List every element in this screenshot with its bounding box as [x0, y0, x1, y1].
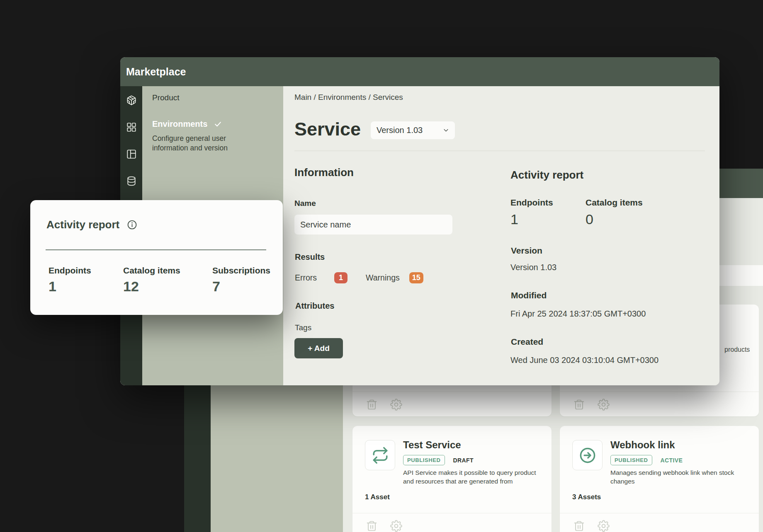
nav-item-environments[interactable]: Environments [152, 119, 222, 129]
service-icon-box [572, 440, 603, 470]
webhook-link-card[interactable]: Webhook link PUBLISHED ACTIVE Manages se… [560, 426, 759, 532]
created-value: Wed June 03 2024 03:10:04 GMT+0300 [510, 355, 659, 365]
trash-icon[interactable] [366, 520, 378, 532]
version-value: Version 1.03 [510, 263, 556, 272]
warnings-count-badge: 15 [409, 272, 423, 283]
errors-count-badge: 1 [334, 272, 347, 283]
trash-icon[interactable] [366, 399, 378, 411]
status-badge: ACTIVE [661, 457, 683, 464]
stat-value: 1 [49, 278, 91, 295]
stat-value: 7 [212, 278, 270, 295]
trash-icon[interactable] [573, 520, 585, 532]
service-icon-box [365, 440, 395, 470]
report-card-title-row: Activity report [46, 218, 137, 231]
attributes-heading: Attributes [295, 301, 334, 311]
service-name-input[interactable] [294, 215, 452, 235]
stat-catalog-items: Catalog items 12 [123, 266, 180, 295]
divider [294, 150, 705, 151]
page-title: Service [294, 118, 361, 140]
database-icon[interactable] [126, 176, 137, 186]
activity-report-heading: Activity report [510, 169, 583, 181]
add-tag-button[interactable]: + Add [294, 338, 343, 358]
catalog-items-value: 0 [586, 211, 593, 227]
repeat-icon [372, 447, 389, 464]
created-label: Created [511, 337, 543, 347]
main-content: Main / Environments / Services Service V… [283, 86, 719, 385]
window-header: Marketplace [120, 57, 719, 86]
card-badges: PUBLISHED DRAFT [403, 455, 474, 465]
chevron-down-icon [443, 127, 449, 133]
nav-item-description: Configure general user information and v… [152, 134, 252, 153]
card-footer [352, 513, 552, 532]
arrow-circle-icon [579, 447, 596, 464]
card-footer [352, 392, 552, 417]
endpoints-label: Endpoints [510, 198, 553, 208]
card-description: API Service makes it possible to query p… [403, 469, 548, 486]
information-heading: Information [294, 166, 354, 179]
stat-label: Endpoints [49, 266, 91, 276]
name-label: Name [294, 199, 316, 208]
results-row: Errors 1 Warnings 15 [295, 272, 423, 283]
status-badge: DRAFT [453, 457, 474, 464]
nav-item-product[interactable]: Product [152, 93, 179, 102]
activity-report-card: Activity report Endpoints 1 Catalog item… [30, 200, 283, 315]
app-title: Marketplace [126, 66, 186, 78]
card-footer [560, 392, 759, 417]
card-footer [560, 513, 759, 532]
stat-value: 12 [123, 278, 180, 295]
report-card-title: Activity report [46, 218, 119, 231]
warnings-label: Warnings [366, 273, 400, 283]
stat-label: Subscriptions [212, 266, 270, 276]
gear-icon[interactable] [390, 520, 402, 532]
tags-label: Tags [295, 323, 311, 332]
layout-icon[interactable] [126, 149, 137, 160]
desktop-canvas: products Test Service PUBLISHED DRAFT AP… [0, 0, 763, 532]
published-badge: PUBLISHED [403, 455, 445, 465]
asset-count: 3 Assets [572, 493, 601, 501]
errors-label: Errors [295, 273, 317, 283]
card-badges: PUBLISHED ACTIVE [610, 455, 683, 465]
info-icon[interactable] [127, 220, 137, 230]
nav-item-label: Environments [152, 119, 207, 129]
clipped-description-text: products [724, 346, 750, 353]
trash-icon[interactable] [573, 399, 585, 411]
stat-label: Catalog items [123, 266, 180, 276]
endpoints-value: 1 [510, 211, 518, 227]
test-service-card[interactable]: Test Service PUBLISHED DRAFT API Service… [352, 426, 552, 532]
modified-label: Modified [511, 290, 547, 300]
card-description: Manages sending webhook link when stock … [610, 469, 747, 486]
grid-icon[interactable] [126, 122, 137, 133]
version-dropdown-value: Version 1.03 [377, 126, 423, 135]
gear-icon[interactable] [598, 399, 610, 411]
catalog-items-label: Catalog items [586, 198, 643, 208]
stat-subscriptions: Subscriptions 7 [212, 266, 270, 295]
card-title: Webhook link [610, 439, 675, 451]
modified-value: Fri Apr 25 2024 18:37:05 GMT+0300 [510, 309, 646, 319]
card-title: Test Service [403, 439, 461, 451]
package-icon[interactable] [126, 95, 137, 106]
breadcrumb[interactable]: Main / Environments / Services [294, 93, 403, 102]
divider [46, 249, 266, 250]
asset-count: 1 Asset [365, 493, 390, 501]
version-dropdown[interactable]: Version 1.03 [371, 121, 455, 139]
check-icon [214, 120, 222, 128]
stat-endpoints: Endpoints 1 [49, 266, 91, 295]
version-label: Version [511, 246, 542, 256]
gear-icon[interactable] [390, 399, 402, 411]
results-heading: Results [295, 252, 325, 262]
published-badge: PUBLISHED [610, 455, 652, 465]
gear-icon[interactable] [598, 520, 610, 532]
